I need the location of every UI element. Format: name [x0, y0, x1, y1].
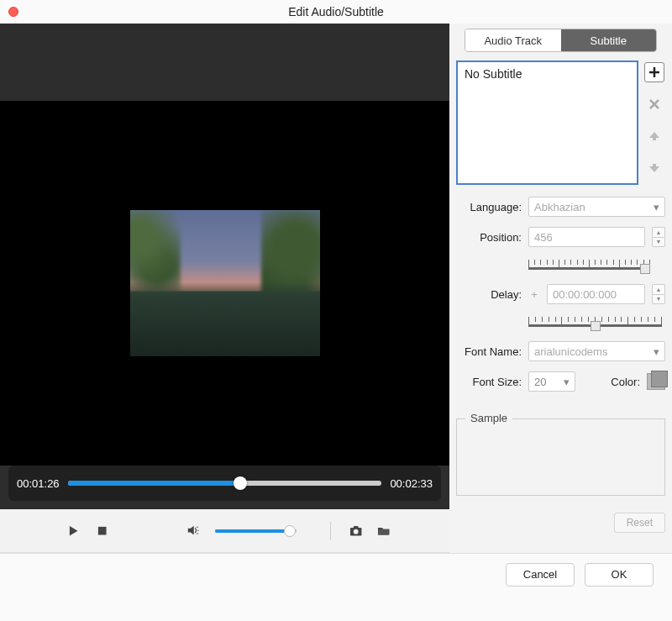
svg-point-8 — [353, 529, 358, 534]
svg-marker-0 — [70, 526, 78, 536]
add-subtitle-button[interactable] — [644, 62, 664, 82]
sample-preview: Sample — [456, 418, 665, 496]
language-label: Language: — [456, 201, 522, 213]
font-size-label: Font Size: — [456, 376, 522, 388]
delay-label: Delay: — [456, 288, 522, 301]
cancel-button[interactable]: Cancel — [506, 563, 575, 587]
chevron-down-icon: ▾ — [654, 201, 659, 213]
svg-rect-11 — [653, 164, 656, 166]
stepper-up-icon[interactable]: ▲ — [652, 227, 665, 237]
delay-input[interactable]: 00:00:00:000 — [547, 284, 645, 304]
video-preview[interactable] — [0, 101, 449, 466]
ok-button[interactable]: OK — [585, 563, 654, 587]
video-thumbnail — [130, 210, 320, 356]
font-name-select[interactable]: arialunicodems ▾ — [528, 341, 665, 361]
sample-label: Sample — [465, 412, 512, 424]
volume-slider[interactable] — [215, 529, 296, 533]
window-title: Edit Audio/Subtitle — [0, 5, 672, 18]
font-name-label: Font Name: — [456, 345, 522, 358]
reset-button[interactable]: Reset — [614, 513, 665, 533]
color-label: Color: — [611, 376, 640, 388]
snapshot-icon[interactable] — [349, 524, 362, 538]
chevron-down-icon: ▾ — [654, 345, 659, 358]
tab-audio-track[interactable]: Audio Track — [465, 29, 561, 51]
remove-subtitle-button[interactable] — [644, 94, 664, 114]
position-slider[interactable] — [528, 257, 650, 274]
language-select[interactable]: Abkhazian ▾ — [528, 197, 665, 217]
move-down-button[interactable] — [644, 158, 664, 178]
stepper-down-icon[interactable]: ▼ — [652, 237, 665, 248]
svg-rect-10 — [653, 138, 656, 140]
volume-icon[interactable] — [187, 524, 200, 538]
color-picker[interactable] — [647, 373, 665, 390]
subtitle-list-item[interactable]: No Subtitle — [465, 67, 630, 81]
delay-stepper[interactable]: ▲ ▼ — [652, 284, 665, 304]
chevron-down-icon: ▾ — [564, 376, 570, 388]
svg-rect-7 — [353, 526, 358, 529]
playback-slider[interactable] — [68, 481, 382, 486]
stepper-down-icon[interactable]: ▼ — [652, 294, 665, 305]
playback-total-time: 00:02:33 — [390, 477, 433, 490]
font-size-select[interactable]: 20 ▾ — [528, 371, 575, 392]
stepper-up-icon[interactable]: ▲ — [652, 284, 665, 294]
subtitle-list[interactable]: No Subtitle — [456, 61, 638, 185]
delay-sign: + — [528, 288, 540, 301]
stop-icon[interactable] — [96, 524, 108, 538]
tab-subtitle[interactable]: Subtitle — [561, 29, 657, 51]
video-letterbox — [0, 24, 449, 101]
window-close-button[interactable] — [8, 7, 18, 17]
play-icon[interactable] — [67, 524, 80, 538]
playback-current-time: 00:01:26 — [17, 477, 60, 490]
position-stepper[interactable]: ▲ ▼ — [652, 227, 665, 247]
position-input[interactable]: 456 — [528, 227, 645, 247]
position-label: Position: — [456, 231, 522, 244]
svg-rect-1 — [98, 527, 107, 535]
svg-marker-9 — [649, 132, 659, 138]
svg-marker-12 — [649, 166, 659, 172]
delay-slider[interactable] — [528, 314, 662, 331]
svg-marker-2 — [188, 526, 194, 535]
folder-icon[interactable] — [377, 524, 390, 538]
move-up-button[interactable] — [644, 126, 664, 146]
divider — [330, 522, 331, 540]
